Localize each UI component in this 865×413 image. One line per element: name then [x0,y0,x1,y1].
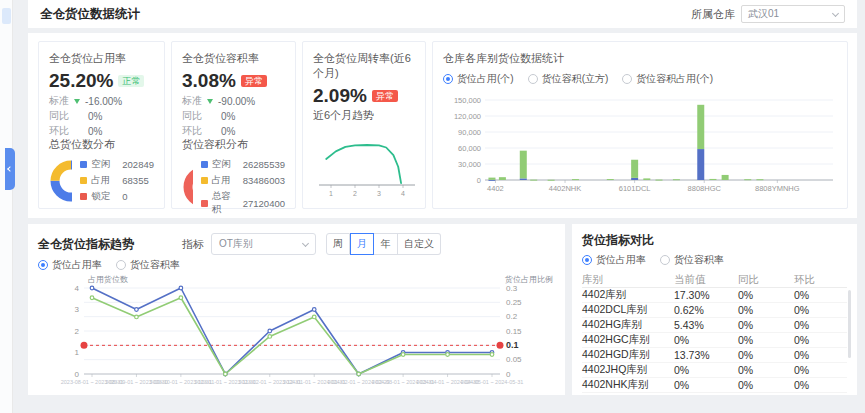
svg-text:0.05: 0.05 [506,355,522,364]
table-scrollbar[interactable] [848,290,851,358]
radio-icon [582,255,592,265]
distribution-title: 总货位数分布 [49,137,154,152]
period-button-group: 周 月 年 自定义 [326,233,441,255]
page-title: 全仓货位数据统计 [40,6,140,23]
legend-item: 占用83486003 [201,174,285,187]
period-year-button[interactable]: 年 [374,233,398,255]
sidebar-collapsed [0,0,13,413]
trend-panel: 全仓货位指标趋势 指标 OT库别 周 月 年 自定义 货位占用率 货位容积率 占… [28,224,565,395]
svg-text:1: 1 [75,348,80,357]
turnover-value: 2.09% [313,85,367,107]
svg-text:8808YMNHG: 8808YMNHG [755,184,800,193]
page-header: 全仓货位数据统计 所属仓库 武汉01 [28,0,857,28]
donut-legend: 空闲26285539 占用83486003 总容积27120400 [201,158,285,216]
svg-text:4402: 4402 [487,184,504,193]
svg-text:90,000: 90,000 [458,128,481,137]
svg-text:3: 3 [377,190,381,197]
radio-icon [116,260,126,270]
svg-text:6101DCL: 6101DCL [619,184,651,193]
volume-donut-chart [182,165,193,209]
turnover-mini-line-chart: 1234 [313,129,417,199]
radio-slot-occupied[interactable]: 货位占用(个) [443,72,514,86]
std-value: -90.00% [218,96,255,107]
svg-text:4: 4 [75,284,80,293]
card-occupancy-rate: 全仓货位占用率 25.20% 正常 标准-16.00% 同比0% 环比0% 总货… [38,41,165,209]
legend-swatch [80,161,87,168]
period-custom-button[interactable]: 自定义 [398,233,441,255]
legend-swatch [80,193,87,200]
card-title: 全仓货位占用率 [49,51,154,66]
occupancy-trend-line-chart: 占用货位数货位占用比例00.050.10.150.20.250.30123420… [38,274,555,392]
radio-icon [38,260,48,270]
svg-text:4402NHK: 4402NHK [549,184,582,193]
table-row: 4402HGD库别13.73%0%0% [582,348,847,363]
svg-text:0.25: 0.25 [506,298,522,307]
svg-text:3: 3 [75,305,80,314]
arrow-down-icon [74,99,80,104]
table-row: 4402DCL库别0.62%0%0% [582,303,847,318]
warehouse-select[interactable]: 武汉01 [741,5,845,23]
yoy-value: 0% [221,111,235,122]
std-label: 标准 [182,94,202,108]
radio-icon [622,74,632,84]
card-by-store: 仓库各库别货位数据统计 货位占用(个) 货位容积(立方) 货位容积占用(个) 0… [432,41,848,209]
comparison-table: 库别 当前值 同比 环比 4402库别17.30%0%0% 4402DCL库别0… [582,272,847,393]
card-turnover-rate: 全仓货位周转率(近6个月) 2.09% 异常 近6个月趋势 1234 [302,41,426,209]
metric-select[interactable]: OT库别 [211,233,316,255]
yoy-label: 同比 [49,109,69,123]
legend-item: 占用68355 [80,174,154,187]
svg-text:60,000: 60,000 [458,144,481,153]
std-value: -16.00% [85,96,122,107]
chevron-down-icon [832,9,839,16]
table-row: 4402库别17.30%0%0% [582,288,847,303]
radio-icon [443,74,453,84]
sidebar-expand-handle[interactable] [5,148,15,190]
svg-text:0.1: 0.1 [506,340,519,350]
donut-legend: 空闲202849 占用68355 锁定0 [80,158,154,203]
status-badge: 正常 [118,75,144,88]
svg-text:4: 4 [401,190,405,197]
svg-text:0: 0 [75,370,80,379]
radio-slot-volume-occupied[interactable]: 货位容积占用(个) [622,72,713,86]
svg-text:0.15: 0.15 [506,327,522,336]
radio-slot-volume[interactable]: 货位容积(立方) [528,72,609,86]
radio-occupancy-rate[interactable]: 货位占用率 [38,258,102,272]
by-store-bar-chart: 030,00060,00090,000120,000150,0004402440… [443,92,839,199]
table-row: 4402JHQ库别0%0%0% [582,363,847,378]
radio-occupancy-rate[interactable]: 货位占用率 [582,253,646,267]
legend-item: 空闲202849 [80,158,154,171]
occupancy-value: 25.20% [49,70,113,92]
svg-text:30,000: 30,000 [458,160,481,169]
svg-text:2: 2 [75,327,80,336]
arrow-down-icon [207,99,213,104]
legend-swatch [201,177,208,184]
chevron-down-icon [302,239,309,246]
metric-select-value: OT库别 [219,237,253,251]
period-week-button[interactable]: 周 [326,233,350,255]
mom-value: 0% [88,126,102,137]
svg-text:0: 0 [506,370,511,379]
svg-text:2: 2 [353,190,357,197]
mom-value: 0% [221,126,235,137]
comparison-panel: 货位指标对比 货位占用率 货位容积率 库别 当前值 同比 环比 4402库别17… [572,224,857,395]
sidebar-selected-item[interactable] [2,8,11,24]
period-month-button[interactable]: 月 [350,233,374,255]
status-badge: 异常 [372,90,398,103]
warehouse-select-value: 武汉01 [748,7,779,21]
svg-text:2024-05-01 ~ 2024-05-31: 2024-05-01 ~ 2024-05-31 [461,379,524,385]
legend-swatch [201,200,208,207]
distribution-title: 货位容积分布 [182,137,285,152]
radio-volume-rate[interactable]: 货位容积率 [116,258,180,272]
panel-title: 货位指标对比 [582,232,847,249]
svg-text:120,000: 120,000 [454,112,481,121]
metric-label: 指标 [182,237,204,252]
std-label: 标准 [49,94,69,108]
radio-volume-rate[interactable]: 货位容积率 [660,253,724,267]
warehouse-label: 所属仓库 [691,7,735,22]
table-row: 4402HGC库别0%0%0% [582,333,847,348]
status-badge: 异常 [241,75,267,88]
legend-swatch [80,177,87,184]
panel-title: 全仓货位指标趋势 [38,236,134,253]
card-volume-rate: 全仓货位容积率 3.08% 异常 标准-90.00% 同比0% 环比0% 货位容… [171,41,296,209]
table-row: 4402NHK库别0%0%0% [582,378,847,393]
